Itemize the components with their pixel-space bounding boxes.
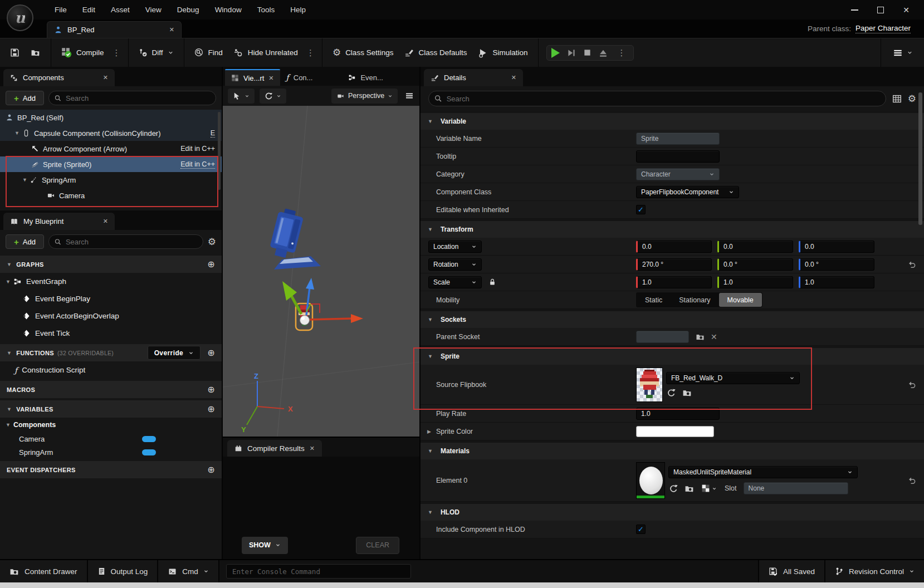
clear-socket-icon[interactable]: ✕ <box>711 332 717 341</box>
tab-compiler-results[interactable]: Compiler Results ✕ <box>227 440 322 457</box>
add-blueprint-item-button[interactable]: + Add <box>6 234 44 249</box>
rotation-y-field[interactable]: 0.0 ° <box>717 258 793 271</box>
class-settings-button[interactable]: ⚙ Class Settings <box>327 45 399 61</box>
simulation-button[interactable]: Simulation <box>472 45 533 61</box>
rotation-z-field[interactable]: 0.0 ° <box>799 258 874 271</box>
location-dropdown[interactable]: Location <box>428 241 482 253</box>
location-y-field[interactable]: 0.0 <box>717 241 793 253</box>
compile-button[interactable]: Compile <box>56 44 110 61</box>
find-options-icon[interactable]: ⋮ <box>304 48 317 58</box>
mobility-stationary[interactable]: Stationary <box>671 293 718 307</box>
folder-search-icon[interactable] <box>696 332 705 341</box>
variable-row-springarm[interactable]: SpringArm <box>0 445 222 459</box>
cmd-dropdown[interactable]: Cmd <box>158 560 219 582</box>
lock-icon[interactable] <box>488 278 496 286</box>
browse-to-asset-icon[interactable] <box>682 388 692 398</box>
rotate-snap-button[interactable] <box>260 89 286 104</box>
collapse-icon[interactable]: ▼ <box>6 279 11 285</box>
frame-skip-icon[interactable] <box>566 48 576 58</box>
sockets-section-header[interactable]: ▼ Sockets <box>421 311 924 328</box>
reset-to-default-icon[interactable] <box>907 260 916 269</box>
include-hlod-checkbox[interactable] <box>636 525 646 534</box>
functions-section-header[interactable]: ▼ FUNCTIONS (32 OVERRIDABLE) Override ⊕ <box>0 344 222 361</box>
tab-my-blueprint[interactable]: My Blueprint ✕ <box>3 213 115 230</box>
menu-asset[interactable]: Asset <box>103 2 138 17</box>
event-tick-row[interactable]: Event Tick <box>0 325 222 342</box>
details-scrollbar[interactable] <box>918 92 922 225</box>
parent-class-link[interactable]: Paper Character <box>855 24 911 33</box>
scale-dropdown[interactable]: Scale <box>428 276 482 288</box>
add-graph-icon[interactable]: ⊕ <box>207 259 215 270</box>
play-rate-field[interactable]: 1.0 <box>636 408 720 420</box>
material-thumbnail[interactable] <box>636 462 665 499</box>
rotation-x-field[interactable]: 270.0 ° <box>636 258 712 271</box>
tree-row-bp-red-self[interactable]: BP_Red (Self) <box>0 110 222 125</box>
my-blueprint-search-input[interactable] <box>66 238 197 246</box>
revision-control-button[interactable]: Revision Control <box>824 560 924 582</box>
use-selected-asset-icon[interactable] <box>666 388 676 398</box>
hlod-section-header[interactable]: ▼ HLOD <box>421 504 924 521</box>
add-component-button[interactable]: + Add <box>6 91 44 105</box>
details-search-input[interactable] <box>447 95 880 103</box>
category-dropdown[interactable]: Character <box>636 168 720 180</box>
menu-tools[interactable]: Tools <box>250 2 283 17</box>
editable-when-inherited-checkbox[interactable] <box>636 205 646 214</box>
move-gizmo[interactable] <box>282 278 363 325</box>
close-icon[interactable]: ✕ <box>103 74 108 81</box>
chevron-down-icon[interactable] <box>907 50 913 56</box>
materials-section-header[interactable]: ▼ Materials <box>421 443 924 459</box>
tab-construction-script[interactable]: ƒ Con... <box>280 69 319 86</box>
console-command-input[interactable] <box>232 567 405 576</box>
tab-bp-red[interactable]: BP_Red ✕ <box>47 21 182 38</box>
perspective-dropdown[interactable]: Perspective <box>331 89 398 104</box>
close-icon[interactable]: ✕ <box>169 26 174 33</box>
tree-row-capsule-component[interactable]: ▼ Capsule Component (CollisionCylinder) … <box>0 125 222 141</box>
tree-row-sprite[interactable]: Sprite (Sprite0) Edit in C++ <box>0 156 222 172</box>
add-function-icon[interactable]: ⊕ <box>207 347 215 358</box>
override-dropdown[interactable]: Override <box>148 346 201 360</box>
menu-edit[interactable]: Edit <box>75 2 103 17</box>
components-variable-group[interactable]: ▼ Components <box>0 418 222 432</box>
event-dispatchers-section-header[interactable]: EVENT DISPATCHERS ⊕ <box>0 461 222 478</box>
location-z-field[interactable]: 0.0 <box>799 241 874 253</box>
tree-row-springarm[interactable]: ▼ SpringArm <box>0 172 222 188</box>
tab-viewport[interactable]: Vie...rt ✕ <box>225 69 280 86</box>
close-icon[interactable]: ✕ <box>310 445 315 452</box>
viewport-canvas[interactable]: Z X Y <box>223 106 419 437</box>
sprite-section-header[interactable]: ▼ Sprite <box>421 348 924 365</box>
reset-to-default-icon[interactable] <box>907 476 916 485</box>
location-x-field[interactable]: 0.0 <box>636 241 712 253</box>
add-event-dispatcher-icon[interactable]: ⊕ <box>207 464 215 475</box>
menu-window[interactable]: Window <box>207 2 250 17</box>
variable-section-header[interactable]: ▼ Variable <box>421 113 924 130</box>
tree-row-camera[interactable]: Camera <box>0 188 222 203</box>
edit-in-cpp-link[interactable]: E <box>211 129 215 138</box>
output-log-button[interactable]: Output Log <box>88 560 159 582</box>
close-icon[interactable]: ✕ <box>268 75 273 82</box>
mobility-movable[interactable]: Movable <box>719 293 762 307</box>
transform-tool-button[interactable] <box>228 89 255 104</box>
expander-icon[interactable]: ▶ <box>427 429 431 434</box>
sprite-color-swatch[interactable] <box>636 426 714 437</box>
edit-in-cpp-link[interactable]: Edit in C++ <box>180 145 215 153</box>
scale-z-field[interactable]: 1.0 <box>799 276 874 288</box>
construction-script-row[interactable]: ƒ Construction Script <box>0 361 222 379</box>
expander-icon[interactable]: ▼ <box>14 130 19 136</box>
menu-help[interactable]: Help <box>282 2 314 17</box>
tab-details[interactable]: Details ✕ <box>424 69 523 86</box>
variable-name-field[interactable]: Sprite <box>636 133 720 145</box>
find-button[interactable]: Find <box>189 45 228 61</box>
hamburger-menu-icon[interactable] <box>892 48 903 58</box>
class-defaults-button[interactable]: Class Defaults <box>399 45 472 61</box>
compile-options-icon[interactable]: ⋮ <box>110 48 124 58</box>
tree-row-arrow-component[interactable]: Arrow Component (Arrow) Edit in C++ <box>0 141 222 156</box>
graphs-section-header[interactable]: ▼ GRAPHS ⊕ <box>0 256 222 273</box>
show-dropdown[interactable]: SHOW <box>242 537 288 554</box>
tab-event-graph[interactable]: Even... <box>342 69 389 86</box>
stop-icon[interactable] <box>583 48 591 57</box>
transform-section-header[interactable]: ▼ Transform <box>421 221 924 238</box>
eject-icon[interactable] <box>598 48 608 58</box>
scale-x-field[interactable]: 1.0 <box>636 276 712 288</box>
parent-socket-field[interactable] <box>636 331 689 343</box>
use-selected-asset-icon[interactable] <box>668 484 678 493</box>
